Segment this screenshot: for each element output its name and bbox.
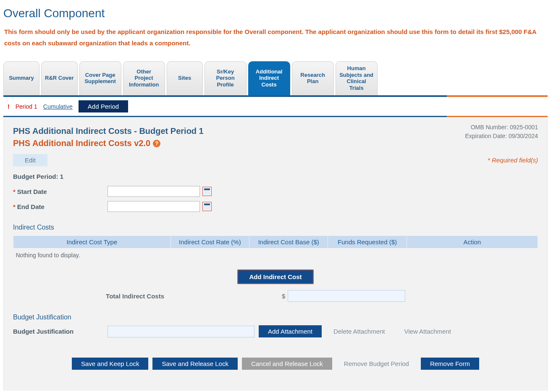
remove-budget-period-button[interactable]: Remove Budget Period bbox=[336, 358, 417, 370]
period-1-link[interactable]: Period 1 bbox=[16, 103, 37, 110]
tab-strip: Summary R&R Cover Cover Page Supplement … bbox=[3, 61, 548, 95]
tab-sites[interactable]: Sites bbox=[167, 61, 203, 95]
empty-message: Nothing found to display. bbox=[13, 248, 538, 262]
form-instruction: This form should only be used by the app… bbox=[4, 26, 547, 49]
tab-rr-cover[interactable]: R&R Cover bbox=[41, 61, 78, 95]
total-indirect-costs-label: Total Indirect Costs bbox=[13, 293, 282, 300]
form-subheading-text: PHS Additional Indirect Costs v2.0 bbox=[13, 139, 150, 148]
end-date-input[interactable] bbox=[108, 201, 200, 212]
budget-justification-input[interactable] bbox=[108, 326, 255, 337]
save-release-lock-button[interactable]: Save and Release Lock bbox=[152, 358, 237, 370]
save-keep-lock-button[interactable]: Save and Keep Lock bbox=[72, 358, 148, 370]
indirect-costs-table: Indirect Cost Type Indirect Cost Rate (%… bbox=[13, 235, 538, 262]
required-star: * bbox=[13, 188, 16, 195]
col-indirect-cost-base: Indirect Cost Base ($) bbox=[249, 236, 328, 248]
add-period-button[interactable]: Add Period bbox=[79, 100, 128, 112]
error-icon: ! bbox=[8, 103, 10, 110]
tab-underline bbox=[3, 95, 548, 97]
col-action: Action bbox=[407, 236, 538, 248]
tab-sr-key-person-profile[interactable]: Sr/Key Person Profile bbox=[205, 61, 247, 95]
indirect-costs-title: Indirect Costs bbox=[13, 224, 538, 231]
start-date-input[interactable] bbox=[108, 186, 200, 197]
col-indirect-cost-type: Indirect Cost Type bbox=[13, 236, 171, 248]
form-heading: PHS Additional Indirect Costs - Budget P… bbox=[13, 126, 538, 136]
footer-buttons: Save and Keep Lock Save and Release Lock… bbox=[13, 358, 538, 370]
required-fields-note: * Required field(s) bbox=[488, 157, 538, 164]
tab-summary[interactable]: Summary bbox=[3, 61, 39, 95]
cancel-release-lock-button[interactable]: Cancel and Release Lock bbox=[242, 358, 332, 370]
tab-research-plan[interactable]: Research Plan bbox=[292, 61, 334, 95]
expiration-date: Expiration Date: 09/30/2024 bbox=[465, 132, 538, 141]
omb-info: OMB Number: 0925-0001 Expiration Date: 0… bbox=[465, 123, 538, 141]
edit-button[interactable]: Edit bbox=[13, 154, 47, 166]
cumulative-link[interactable]: Cumulative bbox=[43, 103, 73, 110]
form-body: OMB Number: 0925-0001 Expiration Date: 0… bbox=[3, 117, 548, 391]
period-bar: ! Period 1 Cumulative Add Period bbox=[3, 97, 548, 116]
col-indirect-cost-rate: Indirect Cost Rate (%) bbox=[171, 236, 249, 248]
page-title: Overall Component bbox=[3, 7, 548, 20]
table-row: Nothing found to display. bbox=[13, 248, 538, 262]
tab-cover-page-supplement[interactable]: Cover Page Supplement bbox=[79, 61, 121, 95]
currency-symbol: $ bbox=[282, 293, 285, 300]
form-subheading: PHS Additional Indirect Costs v2.0 ? bbox=[13, 139, 538, 148]
add-attachment-button[interactable]: Add Attachment bbox=[259, 325, 322, 337]
end-date-label: End Date bbox=[17, 203, 45, 210]
budget-period-label: Budget Period: 1 bbox=[13, 173, 108, 180]
total-indirect-costs-input[interactable] bbox=[288, 290, 405, 302]
tab-additional-indirect-costs[interactable]: Additional Indirect Costs bbox=[248, 61, 290, 95]
add-indirect-cost-button[interactable]: Add Indirect Cost bbox=[237, 269, 313, 284]
start-date-label: Start Date bbox=[17, 188, 47, 195]
tab-human-subjects-clinical-trials[interactable]: Human Subjects and Clinical Trials bbox=[336, 61, 378, 95]
budget-justification-section: Budget Justification bbox=[13, 314, 538, 321]
view-attachment-button[interactable]: View Attachment bbox=[396, 325, 458, 337]
delete-attachment-button[interactable]: Delete Attachment bbox=[326, 325, 393, 337]
calendar-icon[interactable] bbox=[202, 202, 212, 211]
budget-justification-label: Budget Justification bbox=[13, 328, 108, 335]
tab-other-project-information[interactable]: Other Project Information bbox=[123, 61, 165, 95]
remove-form-button[interactable]: Remove Form bbox=[421, 358, 479, 370]
omb-number: OMB Number: 0925-0001 bbox=[465, 123, 538, 132]
col-funds-requested: Funds Requested ($) bbox=[328, 236, 407, 248]
help-icon[interactable]: ? bbox=[153, 140, 160, 147]
required-star: * bbox=[13, 203, 16, 210]
calendar-icon[interactable] bbox=[202, 187, 212, 196]
